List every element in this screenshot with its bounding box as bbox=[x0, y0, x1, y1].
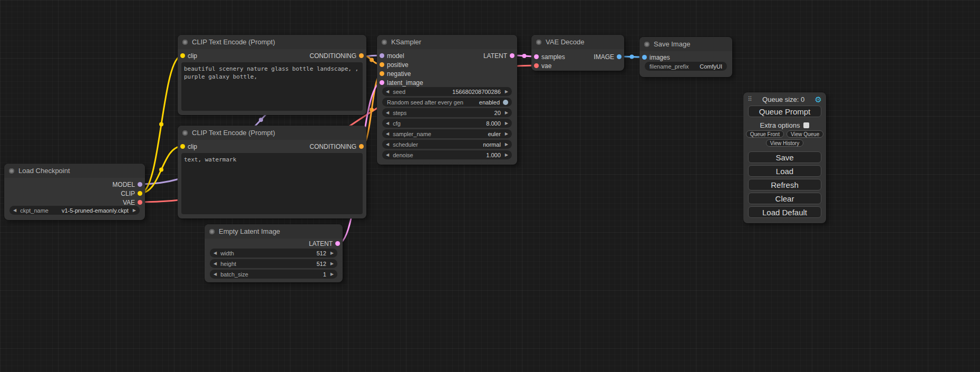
increment-arrow-icon[interactable]: ▶ bbox=[505, 87, 508, 96]
decrement-arrow-icon[interactable]: ◀ bbox=[386, 119, 389, 128]
decrement-arrow-icon[interactable]: ◀ bbox=[13, 206, 16, 215]
node-title-bar[interactable]: KSampler bbox=[377, 35, 517, 49]
positive-input-dot[interactable] bbox=[380, 62, 384, 67]
output-slot-conditioning[interactable]: CONDITIONING bbox=[178, 142, 366, 151]
node-clip-text-encode-positive[interactable]: CLIP Text Encode (Prompt) clip CONDITION… bbox=[178, 35, 366, 115]
collapse-dot-icon[interactable] bbox=[9, 168, 14, 174]
node-title-bar[interactable]: CLIP Text Encode (Prompt) bbox=[178, 126, 366, 140]
negative-input-dot[interactable] bbox=[380, 71, 384, 76]
queue-front-button[interactable]: Queue Front bbox=[746, 130, 784, 138]
height-widget[interactable]: ◀ height 512 ▶ bbox=[210, 259, 337, 268]
extra-options-checkbox[interactable] bbox=[803, 122, 809, 128]
increment-arrow-icon[interactable]: ▶ bbox=[331, 270, 334, 279]
input-slot-negative[interactable]: negative bbox=[377, 69, 517, 78]
queue-prompt-button[interactable]: Queue Prompt bbox=[748, 106, 821, 117]
node-save-image[interactable]: Save Image images filename_prefix ComfyU… bbox=[639, 37, 732, 77]
decrement-arrow-icon[interactable]: ◀ bbox=[386, 87, 389, 96]
ckpt-name-widget[interactable]: ◀ ckpt_name v1-5-pruned-emaonly.ckpt ▶ bbox=[9, 206, 140, 215]
collapse-dot-icon[interactable] bbox=[536, 40, 541, 45]
vae-input-dot[interactable] bbox=[534, 63, 539, 68]
sampler-name-widget[interactable]: ◀ sampler_name euler ▶ bbox=[382, 129, 512, 138]
save-button[interactable]: Save bbox=[748, 151, 821, 163]
collapse-dot-icon[interactable] bbox=[182, 130, 188, 136]
filename-prefix-widget[interactable]: filename_prefix ComfyUI bbox=[645, 62, 727, 71]
input-slot-vae[interactable]: vae bbox=[531, 61, 624, 70]
output-slot-latent[interactable]: LATENT bbox=[205, 239, 343, 248]
batch-size-widget[interactable]: ◀ batch_size 1 ▶ bbox=[210, 270, 337, 279]
width-widget[interactable]: ◀ width 512 ▶ bbox=[210, 249, 337, 257]
prompt-textarea[interactable]: beautiful scenery nature glass bottle la… bbox=[181, 62, 363, 111]
input-slot-images[interactable]: images bbox=[639, 53, 732, 62]
node-clip-text-encode-negative[interactable]: CLIP Text Encode (Prompt) clip CONDITION… bbox=[178, 126, 366, 218]
prompt-textarea[interactable]: text, watermark bbox=[181, 153, 363, 214]
output-slot-latent[interactable]: LATENT bbox=[377, 51, 517, 60]
seed-widget[interactable]: ◀ seed 156680208700286 ▶ bbox=[382, 87, 512, 96]
extra-options-label: Extra options bbox=[760, 121, 800, 129]
node-vae-decode[interactable]: VAE Decode samples IMAGE vae bbox=[531, 35, 624, 71]
node-graph-canvas[interactable]: Load Checkpoint MODEL CLIP VAE ◀ ckpt_na… bbox=[0, 0, 980, 372]
node-load-checkpoint[interactable]: Load Checkpoint MODEL CLIP VAE ◀ ckpt_na… bbox=[4, 164, 145, 220]
decrement-arrow-icon[interactable]: ◀ bbox=[386, 129, 389, 138]
increment-arrow-icon[interactable]: ▶ bbox=[505, 119, 508, 128]
decrement-arrow-icon[interactable]: ◀ bbox=[214, 270, 217, 279]
conditioning-output-dot[interactable] bbox=[359, 53, 364, 58]
random-seed-toggle-icon[interactable] bbox=[503, 100, 508, 105]
node-title-bar[interactable]: Empty Latent Image bbox=[205, 224, 343, 239]
increment-arrow-icon[interactable]: ▶ bbox=[505, 108, 508, 117]
menu-drag-handle-icon[interactable]: ⠿ bbox=[748, 96, 752, 103]
slot-label: LATENT bbox=[309, 240, 333, 247]
load-button[interactable]: Load bbox=[748, 165, 821, 177]
node-empty-latent-image[interactable]: Empty Latent Image LATENT ◀ width 512 ▶ … bbox=[205, 224, 343, 282]
latent-image-input-dot[interactable] bbox=[380, 80, 384, 85]
increment-arrow-icon[interactable]: ▶ bbox=[505, 140, 508, 149]
slot-label: MODEL bbox=[112, 181, 135, 188]
increment-arrow-icon[interactable]: ▶ bbox=[505, 129, 508, 138]
node-ksampler[interactable]: KSampler model LATENT positive negative … bbox=[377, 35, 517, 165]
decrement-arrow-icon[interactable]: ◀ bbox=[214, 259, 217, 268]
output-slot-clip[interactable]: CLIP bbox=[4, 189, 145, 198]
refresh-button[interactable]: Refresh bbox=[748, 179, 821, 190]
decrement-arrow-icon[interactable]: ◀ bbox=[386, 108, 389, 117]
widget-label: sampler_name bbox=[393, 131, 431, 137]
decrement-arrow-icon[interactable]: ◀ bbox=[386, 150, 389, 159]
view-queue-button[interactable]: View Queue bbox=[787, 130, 823, 138]
decrement-arrow-icon[interactable]: ◀ bbox=[214, 249, 217, 257]
node-title-bar[interactable]: Load Checkpoint bbox=[4, 164, 145, 178]
increment-arrow-icon[interactable]: ▶ bbox=[331, 259, 334, 268]
collapse-dot-icon[interactable] bbox=[182, 40, 188, 45]
widget-value: euler bbox=[488, 131, 500, 137]
collapse-dot-icon[interactable] bbox=[382, 40, 387, 45]
increment-arrow-icon[interactable]: ▶ bbox=[133, 206, 136, 215]
load-default-button[interactable]: Load Default bbox=[748, 206, 821, 218]
output-slot-model[interactable]: MODEL bbox=[4, 180, 145, 189]
model-output-dot[interactable] bbox=[138, 182, 142, 187]
image-output-dot[interactable] bbox=[617, 54, 622, 59]
decrement-arrow-icon[interactable]: ◀ bbox=[386, 140, 389, 149]
settings-gear-icon[interactable]: ⚙ bbox=[815, 96, 822, 103]
output-slot-image[interactable]: IMAGE bbox=[531, 52, 624, 61]
denoise-widget[interactable]: ◀ denoise 1.000 ▶ bbox=[382, 150, 512, 159]
scheduler-widget[interactable]: ◀ scheduler normal ▶ bbox=[382, 140, 512, 149]
steps-widget[interactable]: ◀ steps 20 ▶ bbox=[382, 108, 512, 117]
clear-button[interactable]: Clear bbox=[748, 193, 821, 204]
output-slot-conditioning[interactable]: CONDITIONING bbox=[178, 51, 366, 60]
collapse-dot-icon[interactable] bbox=[209, 229, 215, 234]
random-seed-widget[interactable]: Random seed after every gen enabled bbox=[382, 98, 512, 107]
node-title-bar[interactable]: VAE Decode bbox=[531, 35, 624, 49]
increment-arrow-icon[interactable]: ▶ bbox=[331, 249, 334, 257]
latent-output-dot[interactable] bbox=[510, 53, 515, 58]
widget-value: 1 bbox=[323, 271, 326, 278]
clip-output-dot[interactable] bbox=[138, 191, 142, 196]
view-history-button[interactable]: View History bbox=[766, 139, 803, 147]
input-slot-positive[interactable]: positive bbox=[377, 60, 517, 69]
conditioning-output-dot[interactable] bbox=[359, 144, 364, 149]
increment-arrow-icon[interactable]: ▶ bbox=[505, 150, 508, 159]
node-title-bar[interactable]: Save Image bbox=[639, 37, 732, 51]
node-title-bar[interactable]: CLIP Text Encode (Prompt) bbox=[178, 35, 366, 49]
input-slot-latent-image[interactable]: latent_image bbox=[377, 78, 517, 87]
latent-output-dot[interactable] bbox=[335, 241, 340, 246]
cfg-widget[interactable]: ◀ cfg 8.000 ▶ bbox=[382, 119, 512, 128]
collapse-dot-icon[interactable] bbox=[644, 42, 649, 47]
images-input-dot[interactable] bbox=[642, 55, 647, 60]
vae-output-dot[interactable] bbox=[138, 200, 142, 205]
